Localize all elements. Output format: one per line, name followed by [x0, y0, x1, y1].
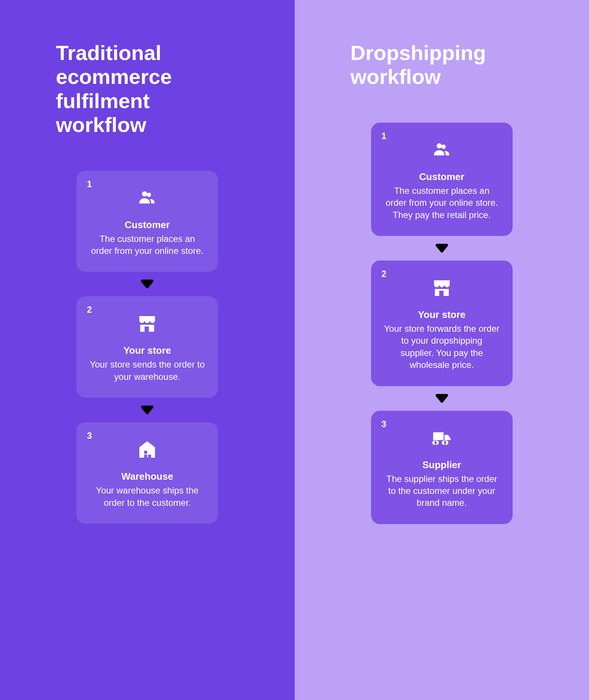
- workflow-steps: 1 Customer The customer places an order …: [56, 171, 239, 524]
- step-number: 2: [87, 305, 92, 315]
- step-desc: The customer places an order from your o…: [89, 233, 205, 257]
- chevron-down-icon: [436, 393, 448, 404]
- step-customer: 1 Customer The customer places an order …: [76, 171, 218, 272]
- store-icon: [384, 277, 500, 299]
- step-title: Supplier: [384, 459, 500, 471]
- step-number: 3: [381, 419, 386, 429]
- step-title: Your store: [384, 309, 500, 321]
- users-icon: [384, 139, 500, 161]
- step-number: 1: [381, 131, 386, 141]
- step-desc: Your store sends the order to your wareh…: [89, 359, 205, 383]
- step-title: Customer: [89, 219, 205, 231]
- truck-icon: [384, 427, 500, 450]
- chevron-down-icon: [436, 243, 448, 254]
- page-title: Traditional ecommerce fulfilment workflo…: [56, 41, 239, 137]
- workflow-steps: 1 Customer The customer places an order …: [351, 123, 533, 524]
- step-number: 1: [87, 179, 92, 189]
- step-number: 2: [381, 269, 386, 279]
- step-desc: Your store forwards the order to your dr…: [384, 323, 500, 371]
- step-desc: The customer places an order from your o…: [384, 185, 500, 221]
- step-your-store: 2 Your store Your store sends the order …: [76, 296, 218, 398]
- step-desc: The supplier ships the order to the cust…: [384, 473, 500, 509]
- chevron-down-icon: [141, 278, 153, 290]
- dropshipping-workflow-column: Dropshipping workflow 1 Customer The cus…: [295, 0, 589, 700]
- step-customer: 1 Customer The customer places an order …: [371, 123, 513, 236]
- step-title: Customer: [384, 171, 500, 183]
- step-your-store: 2 Your store Your store forwards the ord…: [371, 261, 513, 386]
- page-title: Dropshipping workflow: [351, 41, 533, 89]
- step-title: Your store: [89, 345, 205, 356]
- step-number: 3: [87, 431, 92, 441]
- chevron-down-icon: [141, 404, 153, 416]
- traditional-workflow-column: Traditional ecommerce fulfilment workflo…: [0, 0, 295, 700]
- warehouse-icon: [89, 439, 205, 461]
- store-icon: [89, 313, 205, 335]
- step-supplier: 3 Supplier The supplier ships the order …: [371, 411, 513, 524]
- users-icon: [89, 187, 205, 209]
- step-warehouse: 3 Warehouse Your warehouse ships the ord…: [76, 422, 218, 524]
- step-desc: Your warehouse ships the order to the cu…: [89, 485, 205, 509]
- step-title: Warehouse: [89, 471, 205, 482]
